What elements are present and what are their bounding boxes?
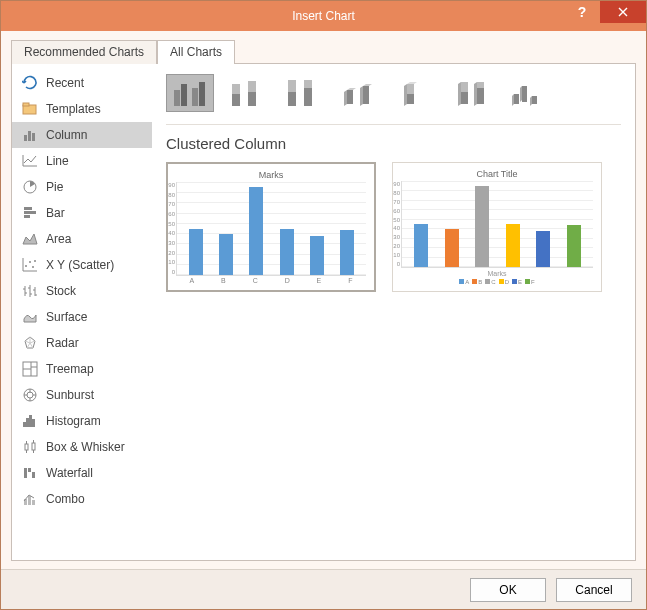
sidebar-item-label: Sunburst — [46, 388, 94, 402]
sidebar-item-treemap[interactable]: Treemap — [12, 356, 152, 382]
preview-legend: ABCDEF — [401, 279, 593, 285]
svg-rect-27 — [32, 500, 35, 505]
close-button[interactable] — [600, 1, 646, 23]
sidebar-item-label: Surface — [46, 310, 87, 324]
titlebar-controls: ? — [564, 1, 646, 31]
svg-rect-8 — [24, 215, 30, 218]
stock-icon — [22, 283, 38, 299]
sidebar-item-line[interactable]: Line — [12, 148, 152, 174]
subtype-3d-column[interactable] — [502, 74, 550, 112]
sidebar-item-label: Pie — [46, 180, 63, 194]
sidebar-item-label: Box & Whisker — [46, 440, 125, 454]
help-button[interactable]: ? — [564, 1, 600, 23]
svg-rect-22 — [24, 468, 27, 478]
scatter-icon — [22, 257, 38, 273]
svg-rect-37 — [288, 92, 296, 106]
sidebar-item-label: X Y (Scatter) — [46, 258, 114, 272]
y-axis-labels: 9080706050403020100 — [163, 182, 175, 275]
preview-title: Chart Title — [401, 169, 593, 179]
sidebar-item-box-whisker[interactable]: Box & Whisker — [12, 434, 152, 460]
sidebar-item-label: Treemap — [46, 362, 94, 376]
3d-stacked-column-icon — [394, 78, 434, 108]
tab-all-charts[interactable]: All Charts — [157, 40, 235, 64]
svg-point-12 — [34, 260, 36, 262]
tab-strip: Recommended Charts All Charts — [11, 39, 636, 63]
chart-bars — [402, 181, 593, 267]
svg-rect-24 — [32, 472, 35, 478]
subtype-title: Clustered Column — [166, 135, 621, 152]
sidebar-item-surface[interactable]: Surface — [12, 304, 152, 330]
sidebar-item-combo[interactable]: Combo — [12, 486, 152, 512]
sidebar-item-label: Combo — [46, 492, 85, 506]
tab-recommended-charts[interactable]: Recommended Charts — [11, 40, 157, 64]
sidebar-item-label: Radar — [46, 336, 79, 350]
dialog-title: Insert Chart — [292, 9, 355, 23]
svg-rect-30 — [192, 88, 198, 106]
cancel-button[interactable]: Cancel — [556, 578, 632, 602]
clustered-column-icon — [170, 78, 210, 108]
svg-rect-2 — [24, 135, 27, 141]
svg-rect-21 — [32, 443, 35, 450]
insert-chart-dialog: Insert Chart ? Recommended Charts All Ch… — [0, 0, 647, 610]
radar-icon — [22, 335, 38, 351]
titlebar: Insert Chart ? — [1, 1, 646, 31]
sidebar-item-radar[interactable]: Radar — [12, 330, 152, 356]
svg-rect-19 — [32, 419, 35, 427]
preview-axis-label: Marks — [401, 270, 593, 277]
line-icon — [22, 153, 38, 169]
3d-100-stacked-column-icon — [450, 78, 490, 108]
subtype-3d-100-stacked-column[interactable] — [446, 74, 494, 112]
ok-button[interactable]: OK — [470, 578, 546, 602]
sidebar-item-pie[interactable]: Pie — [12, 174, 152, 200]
sunburst-icon — [22, 387, 38, 403]
svg-rect-4 — [32, 133, 35, 141]
chart-type-sidebar: Recent Templates Column Line Pie — [12, 64, 152, 560]
svg-rect-35 — [248, 92, 256, 106]
subtype-3d-stacked-column[interactable] — [390, 74, 438, 112]
chart-preview-2[interactable]: Chart Title 9080706050403020100 Marks AB… — [392, 162, 602, 292]
sidebar-item-area[interactable]: Area — [12, 226, 152, 252]
sidebar-item-label: Templates — [46, 102, 101, 116]
preview-chart: 9080706050403020100 — [401, 181, 593, 268]
svg-rect-39 — [304, 88, 312, 106]
svg-point-11 — [32, 266, 34, 268]
box-whisker-icon — [22, 439, 38, 455]
subtype-stacked-column[interactable] — [222, 74, 270, 112]
sidebar-item-sunburst[interactable]: Sunburst — [12, 382, 152, 408]
svg-point-9 — [25, 265, 27, 267]
svg-rect-6 — [24, 207, 32, 210]
sidebar-item-column[interactable]: Column — [12, 122, 152, 148]
sidebar-item-label: Histogram — [46, 414, 101, 428]
subtype-clustered-column[interactable] — [166, 74, 214, 112]
sidebar-item-label: Bar — [46, 206, 65, 220]
chart-preview-1[interactable]: Marks 9080706050403020100 ABCDEF — [166, 162, 376, 292]
sidebar-item-recent[interactable]: Recent — [12, 70, 152, 96]
main-area: Clustered Column Marks 90807060504030201… — [152, 64, 635, 560]
combo-icon — [22, 491, 38, 507]
svg-rect-16 — [23, 422, 26, 427]
sidebar-item-histogram[interactable]: Histogram — [12, 408, 152, 434]
3d-clustered-column-icon — [338, 78, 378, 108]
treemap-icon — [22, 361, 38, 377]
stacked-column-icon — [226, 78, 266, 108]
close-icon — [618, 7, 628, 17]
svg-rect-17 — [26, 418, 29, 427]
sidebar-item-templates[interactable]: Templates — [12, 96, 152, 122]
svg-rect-23 — [28, 468, 31, 472]
chart-bars — [177, 182, 366, 275]
sidebar-item-label: Column — [46, 128, 87, 142]
subtype-100-stacked-column[interactable] — [278, 74, 326, 112]
svg-rect-20 — [25, 444, 28, 450]
sidebar-item-label: Waterfall — [46, 466, 93, 480]
sidebar-item-stock[interactable]: Stock — [12, 278, 152, 304]
subtype-3d-clustered-column[interactable] — [334, 74, 382, 112]
svg-point-10 — [29, 261, 31, 263]
svg-rect-41 — [522, 86, 527, 102]
sidebar-item-bar[interactable]: Bar — [12, 200, 152, 226]
templates-icon — [22, 101, 38, 117]
svg-rect-18 — [29, 415, 32, 427]
svg-rect-40 — [514, 94, 519, 104]
sidebar-item-waterfall[interactable]: Waterfall — [12, 460, 152, 486]
svg-rect-3 — [28, 131, 31, 141]
sidebar-item-scatter[interactable]: X Y (Scatter) — [12, 252, 152, 278]
